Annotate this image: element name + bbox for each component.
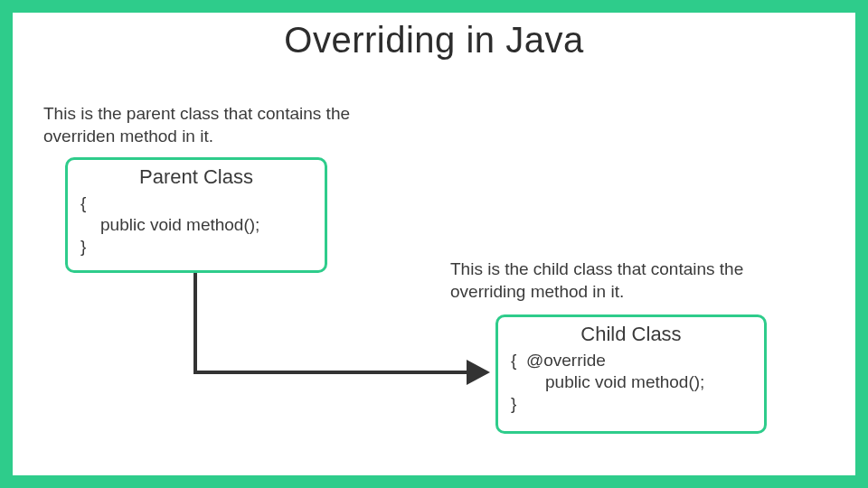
child-code-line: public void method(); bbox=[511, 371, 751, 393]
child-class-box: Child Class { @override public void meth… bbox=[495, 314, 767, 434]
arrow-segment-vertical bbox=[193, 273, 197, 374]
parent-box-title: Parent Class bbox=[80, 165, 312, 189]
child-box-title: Child Class bbox=[511, 323, 751, 346]
arrow-segment-horizontal bbox=[193, 371, 470, 374]
diagram-title: Overriding in Java bbox=[13, 20, 855, 61]
parent-caption: This is the parent class that contains t… bbox=[43, 103, 369, 147]
parent-code-line: public void method(); bbox=[80, 214, 312, 236]
child-caption: This is the child class that contains th… bbox=[450, 258, 794, 303]
arrow-head-icon bbox=[467, 360, 490, 385]
parent-brace-close: } bbox=[80, 236, 312, 258]
diagram-frame: Overriding in Java This is the parent cl… bbox=[0, 0, 868, 488]
child-brace-open-text: { bbox=[511, 351, 516, 370]
parent-class-box: Parent Class { public void method(); } bbox=[65, 157, 327, 273]
child-brace-close: } bbox=[511, 393, 751, 415]
parent-brace-open: { bbox=[80, 192, 312, 214]
child-brace-open: { @override bbox=[511, 350, 751, 371]
child-code-annotation: @override bbox=[526, 351, 606, 370]
